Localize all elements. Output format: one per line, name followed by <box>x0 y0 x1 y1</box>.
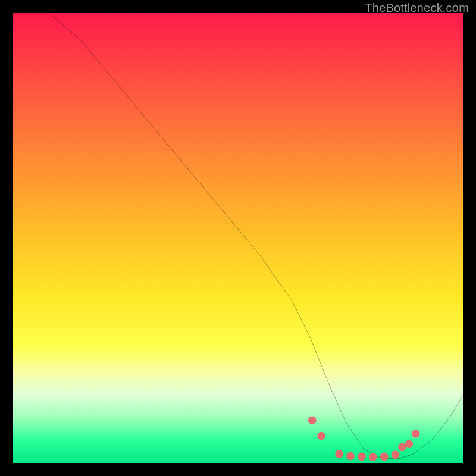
attribution-text: TheBottleneck.com <box>365 1 469 15</box>
curve-marker-dot <box>380 453 389 461</box>
curve-marker-dot <box>335 450 343 458</box>
curve-marker-dot <box>412 430 420 438</box>
curve-marker-dot <box>405 440 413 448</box>
curve-markers <box>308 416 419 461</box>
curve-marker-dot <box>308 416 317 424</box>
curve-marker-dot <box>346 452 355 461</box>
curve-marker-dot <box>358 453 366 461</box>
curve-marker-dot <box>392 451 400 459</box>
bottleneck-curve-chart <box>13 13 463 463</box>
curve-marker-dot <box>369 453 377 461</box>
curve-line <box>13 13 463 458</box>
curve-marker-dot <box>317 432 325 440</box>
